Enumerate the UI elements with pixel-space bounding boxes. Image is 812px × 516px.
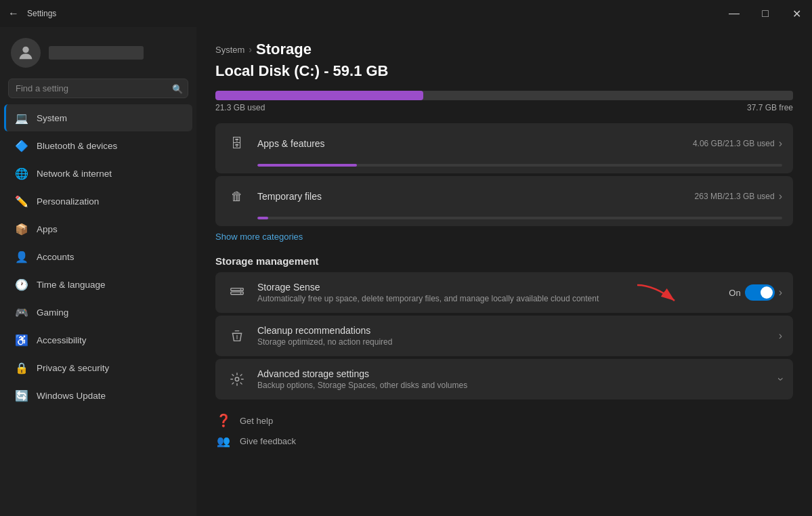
- storage-bar-background: [215, 91, 793, 100]
- category-inner-temp-files: 🗑 Temporary files 263 MB/21.3 GB used ›: [215, 176, 793, 217]
- category-content-temp-files: Temporary files: [257, 191, 685, 202]
- cleanup-content: Cleanup recommendations Storage optimize…: [257, 325, 769, 347]
- toggle-track: [745, 284, 775, 301]
- advanced-icon: [226, 368, 248, 390]
- breadcrumb-separator: ›: [249, 44, 252, 55]
- minimize-button[interactable]: —: [719, 0, 750, 27]
- titlebar: ← Settings — □ ✕: [0, 0, 812, 27]
- storage-sense-subtitle: Automatically free up space, delete temp…: [257, 294, 719, 303]
- cleanup-title: Cleanup recommendations: [257, 325, 769, 336]
- back-icon[interactable]: ←: [8, 7, 19, 20]
- storage-sense-inner: Storage Sense Automatically free up spac…: [215, 272, 793, 313]
- svg-point-5: [240, 293, 242, 294]
- category-bar-row-apps-features: [215, 164, 793, 173]
- sidebar-item-system[interactable]: 💻 System: [4, 104, 192, 131]
- nav-label-bluetooth: Bluetooth & devices: [37, 141, 117, 151]
- close-button[interactable]: ✕: [781, 0, 812, 27]
- content-area: System › Storage Local Disk (C:) - 59.1 …: [196, 27, 812, 516]
- sidebar-item-privacy[interactable]: 🔒 Privacy & security: [4, 354, 192, 381]
- cleanup-svg-icon: [230, 328, 244, 343]
- get-help-icon: ❓: [215, 413, 232, 428]
- nav-icon-bluetooth: 🔷: [15, 139, 28, 152]
- category-chevron-temp-files: ›: [779, 190, 782, 202]
- user-icon: [16, 43, 35, 62]
- nav-icon-gaming: 🎮: [15, 305, 28, 319]
- cleanup-inner: Cleanup recommendations Storage optimize…: [215, 316, 793, 356]
- nav-label-gaming: Gaming: [37, 307, 68, 318]
- storage-bar-container: 21.3 GB used 37.7 GB free: [215, 91, 793, 112]
- svg-point-6: [235, 377, 239, 381]
- nav-label-system: System: [37, 113, 67, 123]
- category-icon-apps-features: 🗄: [226, 133, 248, 154]
- advanced-title: Advanced storage settings: [257, 368, 769, 379]
- category-chevron-apps-features: ›: [779, 137, 782, 150]
- cleanup-subtitle: Storage optimized, no action required: [257, 337, 769, 347]
- storage-bar-fill: [215, 91, 423, 100]
- sidebar-item-windows_update[interactable]: 🔄 Windows Update: [4, 382, 192, 409]
- show-more-categories[interactable]: Show more categories: [215, 232, 793, 242]
- app-title: Settings: [27, 9, 56, 18]
- storage-sense-icon: [226, 282, 248, 303]
- sidebar-item-gaming[interactable]: 🎮 Gaming: [4, 299, 192, 326]
- cleanup-recommendations-card[interactable]: Cleanup recommendations Storage optimize…: [215, 316, 793, 356]
- sidebar-item-apps[interactable]: 📦 Apps: [4, 215, 192, 242]
- category-icon-temp-files: 🗑: [226, 186, 248, 207]
- storage-sense-content: Storage Sense Automatically free up spac…: [257, 282, 719, 303]
- search-input[interactable]: [8, 79, 188, 98]
- get-help-link[interactable]: ❓ Get help: [215, 413, 793, 428]
- nav-icon-privacy: 🔒: [15, 361, 28, 374]
- breadcrumb-current: Storage: [256, 41, 312, 58]
- category-bar-fill-apps-features: [257, 164, 357, 167]
- category-title-apps-features: Apps & features: [257, 138, 683, 149]
- advanced-subtitle: Backup options, Storage Spaces, other di…: [257, 381, 769, 390]
- nav-container: 💻 System 🔷 Bluetooth & devices 🌐 Network…: [0, 104, 196, 410]
- nav-icon-windows_update: 🔄: [15, 389, 28, 402]
- advanced-storage-card[interactable]: Advanced storage settings Backup options…: [215, 359, 793, 400]
- search-box: 🔍: [8, 79, 188, 98]
- give-feedback-link[interactable]: 👥 Give feedback: [215, 435, 793, 448]
- category-inner-apps-features: 🗄 Apps & features 4.06 GB/21.3 GB used ›: [215, 123, 793, 164]
- footer-links: ❓ Get help 👥 Give feedback: [215, 413, 793, 448]
- svg-point-0: [22, 47, 28, 53]
- sidebar-item-bluetooth[interactable]: 🔷 Bluetooth & devices: [4, 132, 192, 159]
- give-feedback-label: Give feedback: [240, 436, 296, 446]
- nav-label-accounts: Accounts: [37, 252, 74, 262]
- nav-label-privacy: Privacy & security: [37, 363, 109, 373]
- storage-sense-toggle[interactable]: [745, 284, 775, 301]
- nav-icon-system: 💻: [15, 111, 28, 125]
- category-title-temp-files: Temporary files: [257, 191, 685, 202]
- sidebar-item-personalization[interactable]: ✏️ Personalization: [4, 188, 192, 215]
- sidebar-item-accessibility[interactable]: ♿ Accessibility: [4, 326, 192, 353]
- breadcrumb: System › Storage: [215, 41, 793, 58]
- page-title: Local Disk (C:) - 59.1 GB: [215, 62, 793, 80]
- advanced-content: Advanced storage settings Backup options…: [257, 368, 769, 390]
- get-help-label: Get help: [240, 416, 273, 426]
- storage-sense-card[interactable]: Storage Sense Automatically free up spac…: [215, 272, 793, 313]
- storage-sense-toggle-label: On: [729, 288, 740, 298]
- storage-sense-title: Storage Sense: [257, 282, 719, 293]
- nav-label-time: Time & language: [37, 280, 106, 290]
- categories-container: 🗄 Apps & features 4.06 GB/21.3 GB used ›…: [215, 123, 793, 226]
- storage-management-title: Storage management: [215, 255, 793, 267]
- sidebar-item-time[interactable]: 🕐 Time & language: [4, 271, 192, 298]
- sidebar-item-accounts[interactable]: 👤 Accounts: [4, 243, 192, 270]
- category-bar-bg-apps-features: [257, 164, 782, 167]
- category-card-temp-files[interactable]: 🗑 Temporary files 263 MB/21.3 GB used ›: [215, 176, 793, 226]
- storage-bar-labels: 21.3 GB used 37.7 GB free: [215, 103, 793, 112]
- category-card-apps-features[interactable]: 🗄 Apps & features 4.06 GB/21.3 GB used ›: [215, 123, 793, 173]
- category-bar-bg-temp-files: [257, 217, 782, 219]
- nav-icon-accessibility: ♿: [15, 333, 28, 347]
- cleanup-icon: [226, 325, 248, 347]
- username-bar: [49, 46, 144, 60]
- sidebar: 🔍 💻 System 🔷 Bluetooth & devices 🌐 Netwo…: [0, 27, 196, 516]
- cleanup-chevron: ›: [779, 330, 782, 342]
- breadcrumb-parent: System: [215, 45, 244, 55]
- search-icon: 🔍: [172, 83, 183, 93]
- storage-sense-chevron: ›: [779, 286, 782, 299]
- maximize-button[interactable]: □: [750, 0, 781, 27]
- storage-sense-svg-icon: [230, 285, 244, 300]
- sidebar-item-network[interactable]: 🌐 Network & internet: [4, 160, 192, 187]
- storage-free-label: 37.7 GB free: [747, 103, 793, 112]
- avatar: [11, 38, 41, 68]
- nav-icon-accounts: 👤: [15, 250, 28, 263]
